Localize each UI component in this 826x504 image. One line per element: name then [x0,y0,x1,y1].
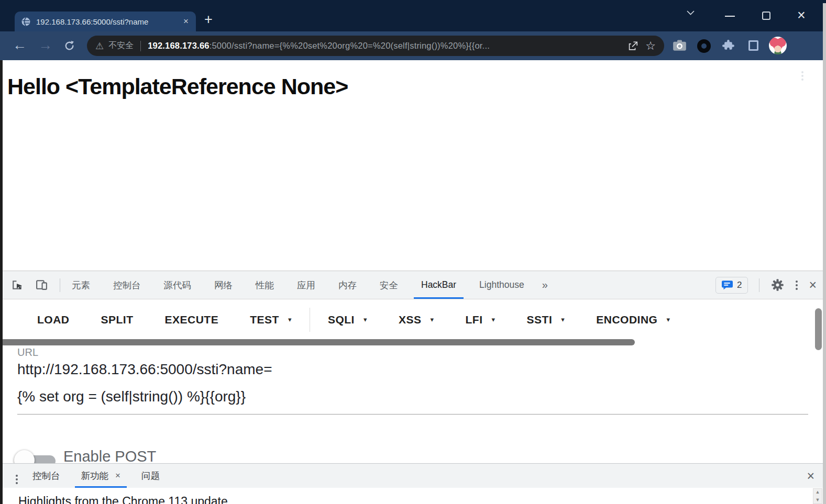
browser-window: 192.168.173.66:5000/ssti?name × + × ← → … [0,0,826,504]
hackbar-separator [310,308,310,332]
hackbar-toolbar: LOAD SPLIT EXECUTE TEST ▾ SQLI ▾ XSS ▾ L… [3,300,823,339]
drawer-content: Highlights from the Chrome 113 update [3,488,813,504]
url-host: 192.168.173.66 [148,41,210,50]
devtools-settings-gear-icon[interactable] [770,278,785,292]
back-button[interactable]: ← [13,37,27,53]
devtools-separator [759,278,759,292]
chevron-down-icon: ▾ [364,316,367,323]
device-toolbar-icon[interactable] [35,278,48,292]
issues-count: 2 [737,280,742,290]
browser-toolbar: ← → ⚠ 不安全 192.168.173.66:5000/ssti?name=… [0,31,826,60]
devtools-tab-security[interactable]: 安全 [368,271,410,299]
security-warning-icon: ⚠ [95,40,104,52]
hackbar-sqli-label: SQLI [328,313,355,326]
chevron-down-icon: ▾ [561,316,565,323]
chevron-down-icon: ▾ [492,316,495,323]
new-tab-button[interactable]: + [204,12,213,28]
devtools-tab-performance[interactable]: 性能 [244,271,285,299]
url-field-line1[interactable]: http://192.168.173.66:5000/ssti?name= [17,361,272,378]
bookmark-star-icon[interactable]: ☆ [645,39,656,53]
url-field-line2[interactable]: {% set org = (self|string()) %}{{org}} [17,388,246,405]
profile-avatar[interactable] [769,37,787,54]
hackbar-panel-body: URL http://192.168.173.66:5000/ssti?name… [3,346,823,463]
devtools-tab-elements[interactable]: 元素 [60,271,102,299]
devtools-tab-console[interactable]: 控制台 [102,271,152,299]
tab-title: 192.168.173.66:5000/ssti?name [36,17,178,26]
background-window-edge-right [823,3,826,504]
drawer-tab-whats-new[interactable]: 新功能 × [71,464,131,488]
side-panel-icon[interactable] [748,40,758,51]
drawer-tab-whats-new-label: 新功能 [81,469,109,482]
scroll-down-icon[interactable]: ▼ [816,498,820,502]
devtools-tab-hackbar[interactable]: HackBar [410,271,468,299]
share-icon[interactable] [627,40,638,52]
hackbar-ssti-dropdown[interactable]: SSTI ▾ [511,300,581,339]
drawer-menu-kebab-icon[interactable] [16,475,18,477]
window-maximize-button[interactable] [762,12,770,20]
hackbar-test-dropdown[interactable]: TEST ▾ [234,300,307,339]
enable-post-toggle-knob[interactable] [14,450,35,463]
hackbar-xss-label: XSS [399,313,422,326]
enable-post-label: Enable POST [63,448,156,463]
whats-new-heading: Highlights from the Chrome 113 update [18,495,228,504]
devtools-tab-bar: 元素 控制台 源代码 网络 性能 应用 内存 安全 HackBar Lighth… [0,271,826,299]
security-label[interactable]: 不安全 [108,40,134,51]
devtools-tab-application[interactable]: 应用 [285,271,327,299]
vertical-scrollbar-thumb[interactable] [815,308,822,350]
horizontal-scrollbar-thumb[interactable] [0,339,635,345]
chevron-down-icon: ▾ [666,316,670,323]
devtools-drawer-tab-bar: 控制台 新功能 × 问题 × [0,463,826,488]
hackbar-lfi-label: LFI [466,313,483,326]
url-field-label: URL [17,346,38,359]
url-field-underline [17,414,808,415]
issues-bubble-icon [722,281,733,290]
hackbar-sqli-dropdown[interactable]: SQLI ▾ [312,300,383,339]
background-window-edge-left [0,60,3,504]
devtools-tab-memory[interactable]: 内存 [327,271,368,299]
issues-counter-button[interactable]: 2 [715,277,748,294]
window-close-button[interactable]: × [797,6,806,24]
dark-mode-extension-icon[interactable] [697,39,711,53]
hackbar-lfi-dropdown[interactable]: LFI ▾ [450,300,511,339]
drawer-tab-issues[interactable]: 问题 [131,464,170,488]
screenshot-extension-icon[interactable] [673,39,687,51]
url-text[interactable]: 192.168.173.66:5000/ssti?name={%%20set%2… [148,41,622,51]
browser-tab-strip: 192.168.173.66:5000/ssti?name × + × [0,0,826,31]
devtools-menu-kebab-icon[interactable] [796,281,798,283]
hackbar-load-button[interactable]: LOAD [21,300,85,339]
omnibox-separator [140,41,141,51]
drawer-close-icon[interactable]: × [807,469,814,483]
drawer-scrollbar[interactable]: ▲ ▼ [813,488,822,504]
url-path: :5000/ssti?name={%%20set%20org%20=%20(se… [210,41,490,50]
window-minimize-button[interactable] [725,16,735,17]
hackbar-xss-dropdown[interactable]: XSS ▾ [383,300,450,339]
tab-close-icon[interactable]: × [180,16,192,27]
drawer-tab-close-icon[interactable]: × [115,471,120,481]
scroll-up-icon[interactable]: ▲ [816,490,820,495]
address-bar[interactable]: ⚠ 不安全 192.168.173.66:5000/ssti?name={%%2… [87,36,664,56]
devtools-tab-network[interactable]: 网络 [203,271,244,299]
forward-button[interactable]: → [38,37,52,53]
hackbar-ssti-label: SSTI [527,313,553,326]
hackbar-split-button[interactable]: SPLIT [85,300,149,339]
page-heading: Hello <TemplateReference None> [7,74,826,99]
chevron-down-icon: ▾ [430,316,434,323]
devtools-tab-sources[interactable]: 源代码 [152,271,203,299]
tab-search-chevron-icon[interactable] [686,10,695,16]
chevron-down-icon: ▾ [288,316,292,323]
browser-tab[interactable]: 192.168.173.66:5000/ssti?name × [15,12,196,31]
devtools-tab-lighthouse[interactable]: Lighthouse [468,271,536,299]
devtools-close-icon[interactable]: × [809,278,817,292]
hackbar-execute-button[interactable]: EXECUTE [149,300,235,339]
web-page-content: Hello <TemplateReference None> [0,60,826,271]
hackbar-encoding-label: ENCODING [596,313,657,326]
devtools-more-tabs-icon[interactable]: » [536,279,554,291]
reload-button[interactable] [63,40,75,52]
drawer-tab-console[interactable]: 控制台 [22,464,71,488]
browser-menu-kebab-icon[interactable] [801,71,803,73]
globe-favicon-icon [21,17,31,27]
hackbar-encoding-dropdown[interactable]: ENCODING ▾ [580,300,686,339]
extensions-puzzle-icon[interactable] [722,39,735,52]
inspect-element-icon[interactable] [10,278,24,292]
hackbar-test-label: TEST [250,313,279,326]
